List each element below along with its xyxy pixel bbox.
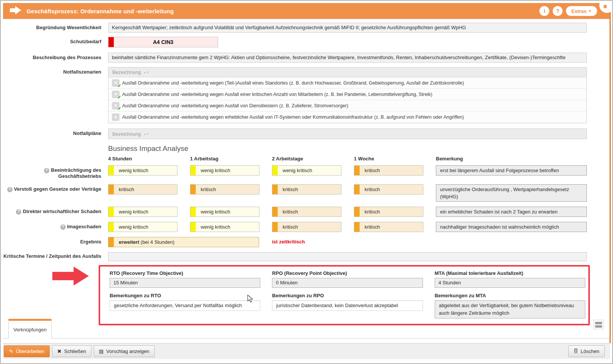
sort-icon[interactable]: ▲▼ bbox=[143, 133, 149, 135]
help-icon[interactable]: ? bbox=[7, 187, 13, 192]
bia-rating-cell[interactable]: kritisch bbox=[354, 165, 423, 176]
bia-rating-cell[interactable]: kritisch bbox=[190, 184, 259, 195]
bia-row: ?Beeinträchtigung des Geschäftsbetriebs … bbox=[3, 165, 610, 179]
severity-bar bbox=[108, 207, 114, 217]
bia-remark-input[interactable]: unverzügliche Orderausführung , Wertpapi… bbox=[436, 184, 587, 202]
help-icon[interactable]: ? bbox=[44, 168, 49, 173]
bia-rating-cell[interactable]: kritisch bbox=[354, 222, 423, 232]
begruendung-input[interactable]: Kerngeschäft Wertpapier; zeitkritisch au… bbox=[108, 23, 587, 33]
bia-rating-cell[interactable]: kritisch bbox=[108, 184, 178, 195]
severity-bar bbox=[272, 207, 278, 217]
tab-verknuepfungen[interactable]: Verknüpfungen bbox=[8, 319, 52, 339]
bia-rating-cell[interactable]: kritisch bbox=[354, 207, 423, 217]
tabbar-divider bbox=[3, 338, 610, 339]
annotation-arrow-icon bbox=[52, 265, 90, 288]
bia-remark-input[interactable]: erst bei längerem Ausfall sind Folgeproz… bbox=[436, 165, 587, 176]
ergebnis-severity-bar bbox=[108, 237, 114, 247]
bia-rating-cell[interactable]: wenig kritisch bbox=[108, 222, 178, 232]
scenario-label: Ausfall Orderannahme und -weiterleitung … bbox=[122, 103, 348, 108]
severity-bar bbox=[190, 207, 196, 217]
rpo-input[interactable]: 0 Minuten bbox=[272, 278, 423, 288]
sort-icon[interactable]: ▲▼ bbox=[143, 71, 149, 74]
bia-rating-cell[interactable]: wenig kritisch bbox=[190, 165, 259, 176]
trash-icon bbox=[574, 348, 578, 355]
bia-remark-input[interactable]: nachhaltiger Imageschaden ist wahrschein… bbox=[436, 222, 587, 232]
rpo-note-input[interactable]: juristischer Datenbestand, kein Datenver… bbox=[272, 300, 423, 311]
bia-row-label: Direkter wirtschaftlicher Schaden bbox=[23, 209, 101, 214]
schutzbedarf-label: Schutzbedarf bbox=[3, 37, 108, 44]
scenario-label: Ausfall Orderannahme und -weiterleitung … bbox=[122, 115, 464, 120]
scenario-list-item[interactable]: ✷ ✔ Ausfall Orderannahme und -weiterleit… bbox=[108, 100, 586, 111]
beschreibung-input[interactable]: beinhaltet sämtliche Finanzinstrumente g… bbox=[108, 53, 587, 63]
bia-rating-cell[interactable]: kritisch bbox=[272, 222, 341, 232]
check-icon: ✔ bbox=[118, 95, 121, 100]
page-title: Geschäftsprozess: Orderannahme und -weit… bbox=[27, 8, 174, 14]
rpo-note-label: Bemerkungen zu RPO bbox=[272, 293, 423, 298]
begruendung-label: Begründung Wesentlichkeit bbox=[3, 23, 108, 30]
severity-bar bbox=[354, 222, 360, 232]
severity-bar bbox=[108, 185, 114, 194]
rto-note-input[interactable]: gesetzliche Anforderungen, Versand per N… bbox=[110, 300, 260, 311]
bia-row-label: Imageschaden bbox=[67, 224, 101, 229]
bia-rating-cell[interactable]: wenig kritisch bbox=[190, 222, 259, 232]
severity-bar bbox=[190, 166, 196, 175]
severity-bar bbox=[108, 222, 114, 232]
mta-note-input[interactable]: abgeleitet aus der Verfügbarkeit, bei gu… bbox=[435, 300, 585, 318]
mouse-cursor bbox=[247, 295, 253, 304]
scenario-icon: ✷ ✔ bbox=[112, 113, 119, 121]
kritische-termine-input[interactable] bbox=[108, 252, 587, 261]
bia-rating-cell[interactable]: wenig kritisch bbox=[108, 207, 178, 217]
bia-rating-cell[interactable]: kritisch bbox=[272, 184, 341, 195]
list-column-header[interactable]: Bezeichnung ▲▼ bbox=[108, 67, 586, 77]
notfallplaene-label: Notfallpläne bbox=[3, 129, 108, 136]
notfallszenarien-list: Bezeichnung ▲▼ ✷ ✔ Ausfall Orderannahme … bbox=[108, 67, 587, 123]
rto-input[interactable]: 15 Minuten bbox=[110, 278, 260, 288]
bia-rating-cell[interactable]: wenig kritisch bbox=[272, 165, 341, 176]
info-icon[interactable]: i bbox=[539, 6, 549, 16]
scenario-list-item[interactable]: ✷ ✔ Ausfall Orderannahme und -weiterleit… bbox=[108, 89, 586, 100]
beschreibung-label: Beschreibung des Prozesses bbox=[3, 53, 108, 60]
bia-section-title: Business Impact Analyse bbox=[108, 144, 610, 154]
help-icon[interactable]: ? bbox=[60, 224, 66, 230]
col-header: 4 Stunden bbox=[108, 156, 190, 162]
col-header: 1 Woche bbox=[354, 156, 436, 162]
bia-rating-cell[interactable]: kritisch bbox=[272, 207, 341, 217]
bia-rating-cell[interactable]: wenig kritisch bbox=[190, 207, 259, 217]
ueberarbeiten-button[interactable]: ✎ Überarbeiten bbox=[4, 345, 50, 357]
chevron-down-icon: ▼ bbox=[588, 9, 592, 13]
severity-bar bbox=[190, 222, 196, 232]
dialog-content: Begründung Wesentlichkeit Kerngeschäft W… bbox=[3, 19, 610, 363]
vorschlag-anzeigen-button[interactable]: ▤ Vorschlag anzeigen bbox=[94, 345, 155, 357]
bia-row-label: Beeinträchtigung des Geschäftsbetriebs bbox=[51, 167, 101, 179]
bia-remark-input[interactable]: ein erheblicher Schaden ist nach 2 Tagen… bbox=[436, 207, 587, 217]
list-column-header[interactable]: Bezeichnung ▲▼ bbox=[108, 129, 586, 139]
severity-bar bbox=[354, 166, 360, 175]
ergebnis-label: Ergebnis bbox=[3, 237, 108, 245]
check-icon: ✔ bbox=[118, 106, 121, 111]
extras-button[interactable]: Extras ▼ bbox=[566, 6, 597, 16]
severity-bar bbox=[272, 185, 278, 194]
severity-bar bbox=[272, 222, 278, 232]
severity-bar bbox=[272, 166, 278, 175]
scenario-icon: ✷ ✔ bbox=[112, 102, 119, 110]
process-arrow-icon bbox=[10, 6, 21, 16]
severity-bar bbox=[108, 166, 114, 175]
mta-input[interactable]: 4 Stunden bbox=[435, 278, 585, 288]
rpo-label: RPO (Recovery Point Objective) bbox=[272, 270, 423, 276]
scenario-label: Ausfall Orderannahme und -weiterleitung … bbox=[122, 92, 432, 97]
bia-rating-cell[interactable]: wenig kritisch bbox=[108, 165, 178, 176]
footer-bar: ✎ Überarbeiten ✖ Schließen ▤ Vorschlag a… bbox=[3, 343, 610, 359]
scenario-list-item[interactable]: ✷ ✔ Ausfall Orderannahme und -weiterleit… bbox=[108, 77, 586, 89]
panel-toggle-icon[interactable] bbox=[593, 320, 604, 329]
schliessen-button[interactable]: ✖ Schließen bbox=[52, 345, 91, 357]
window-right-accent bbox=[610, 3, 611, 343]
col-header: 2 Arbeitstage bbox=[272, 156, 354, 162]
help-icon[interactable]: ? bbox=[553, 6, 563, 16]
bia-row: ?Verstoß gegen Gesetze oder Verträge kri… bbox=[3, 184, 610, 202]
mta-note-label: Bemerkungen zu MTA bbox=[435, 293, 585, 298]
bia-rating-cell[interactable]: kritisch bbox=[354, 184, 423, 195]
scenario-list-item[interactable]: ✷ ✔ Ausfall Orderannahme und -weiterleit… bbox=[108, 111, 586, 123]
process-dialog-window: Geschäftsprozess: Orderannahme und -weit… bbox=[0, 0, 613, 364]
loeschen-button[interactable]: Löschen bbox=[568, 345, 605, 357]
help-icon[interactable]: ? bbox=[16, 209, 21, 215]
